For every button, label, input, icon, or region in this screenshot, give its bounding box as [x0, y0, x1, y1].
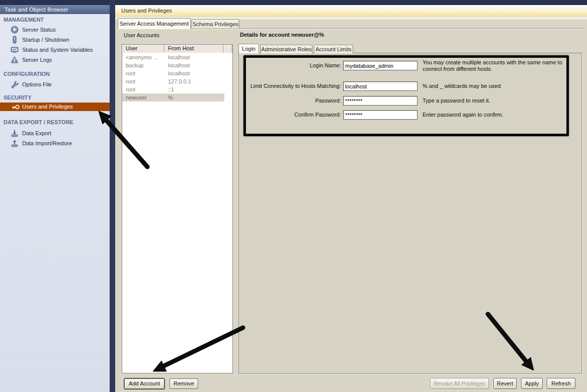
section-security: SECURITY: [4, 94, 32, 101]
tab-account-limits[interactable]: Account Limits: [314, 45, 353, 53]
sidebar-item-data-export[interactable]: Data Export: [0, 129, 110, 138]
key-icon: [12, 103, 20, 111]
cell-user: root: [126, 77, 135, 85]
sidebar-item-startup-shutdown[interactable]: Startup / Shutdown: [0, 35, 110, 44]
tab-administrative-roles[interactable]: Administrative Roles: [261, 45, 312, 53]
cell-from-host: localhost: [168, 69, 190, 77]
sidebar-item-data-import-restore[interactable]: Data Import/Restore: [0, 139, 110, 148]
cell-user: newuser: [126, 93, 147, 102]
cell-user: root: [126, 85, 135, 93]
panel-title-bar: Users and Privileges: [115, 5, 587, 17]
sidebar-title: Task and Object Browser: [0, 5, 110, 14]
cell-from-host: localhost: [168, 53, 190, 61]
column-header-from-host[interactable]: From Host: [164, 45, 224, 53]
server-status-icon: [11, 26, 19, 34]
user-accounts-list: User From Host <anonymo ... localhost ba…: [122, 44, 233, 373]
sidebar-item-label: Startup / Shutdown: [22, 35, 69, 44]
revoke-all-privileges-button: Revoke All Privileges: [430, 378, 489, 389]
cell-from-host: %: [168, 93, 173, 102]
sidebar-item-label: Options File: [22, 80, 52, 89]
sidebar-item-label: Server Logs: [22, 55, 52, 64]
task-object-browser-sidebar: Task and Object Browser MANAGEMENT Serve…: [0, 5, 110, 392]
tab-server-access-management[interactable]: Server Access Management: [118, 18, 191, 29]
column-header-user[interactable]: User: [122, 45, 164, 53]
sidebar-main-divider: [110, 0, 115, 392]
apply-button[interactable]: Apply: [521, 378, 543, 389]
section-management: MANAGEMENT: [4, 17, 44, 23]
annotation-rectangle: [243, 55, 569, 136]
sidebar-item-label: Status and System Variables: [22, 45, 93, 54]
system-variables-icon: [11, 46, 19, 54]
section-configuration: CONFIGURATION: [4, 71, 50, 77]
data-import-icon: [11, 139, 19, 147]
cell-from-host: ::1: [168, 85, 174, 93]
sidebar-item-users-and-privileges[interactable]: Users and Privileges: [0, 103, 110, 111]
section-data-export-restore: DATA EXPORT / RESTORE: [4, 119, 73, 125]
user-row-newuser-selected[interactable]: newuser %: [122, 93, 224, 102]
remove-button[interactable]: Remove: [170, 378, 198, 389]
server-logs-icon: [11, 56, 19, 64]
sidebar-item-label: Data Import/Restore: [22, 139, 72, 148]
sidebar-item-label: Users and Privileges: [22, 103, 73, 111]
startup-shutdown-icon: [11, 36, 19, 44]
sidebar-item-server-status[interactable]: Server Status: [0, 25, 110, 34]
refresh-button[interactable]: Refresh: [547, 378, 575, 389]
user-row-root-localhost[interactable]: root localhost: [122, 69, 232, 77]
sidebar-item-label: Data Export: [22, 129, 51, 138]
cell-user: backup: [126, 61, 143, 69]
tab-login[interactable]: Login: [238, 44, 259, 53]
user-row-root-127001[interactable]: root 127.0.0.1: [122, 77, 232, 85]
sidebar-item-options-file[interactable]: Options File: [0, 80, 110, 89]
mysql-workbench-admin-window: Task and Object Browser MANAGEMENT Serve…: [0, 0, 587, 392]
column-header-spacer: [224, 45, 232, 53]
details-title: Details for account newuser@%: [240, 32, 324, 38]
user-row-root-ipv6[interactable]: root ::1: [122, 85, 232, 93]
user-accounts-label: User Accounts: [124, 32, 159, 38]
sidebar-item-label: Server Status: [22, 25, 56, 34]
user-row-anonymous[interactable]: <anonymo ... localhost: [122, 53, 232, 61]
add-account-button[interactable]: Add Account: [124, 378, 164, 389]
panel-title: Users and Privileges: [121, 8, 172, 14]
sidebar-item-status-system-variables[interactable]: Status and System Variables: [0, 45, 110, 54]
window-top-strip: [0, 0, 587, 5]
cell-from-host: 127.0.0.1: [168, 77, 191, 85]
user-row-backup[interactable]: backup localhost: [122, 61, 232, 69]
sidebar-item-server-logs[interactable]: Server Logs: [0, 55, 110, 64]
cell-from-host: localhost: [168, 61, 190, 69]
wrench-icon: [11, 80, 19, 88]
data-export-icon: [11, 129, 19, 137]
revert-button[interactable]: Revert: [493, 378, 517, 389]
cell-user: <anonymo ...: [126, 53, 158, 61]
tab-schema-privileges[interactable]: Schema Privileges: [192, 19, 239, 29]
cell-user: root: [126, 69, 135, 77]
